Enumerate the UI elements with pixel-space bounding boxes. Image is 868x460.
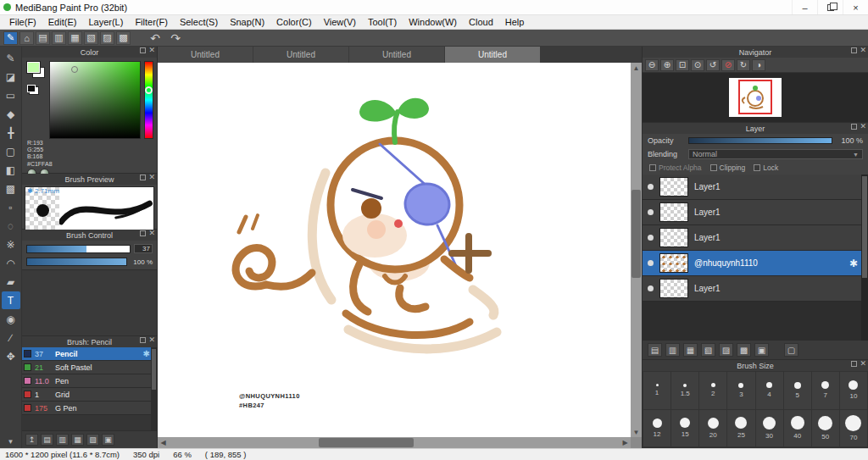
navigator-viewport-rect[interactable] xyxy=(738,80,772,114)
layer-visibility-icon[interactable] xyxy=(648,285,654,291)
popout-icon[interactable] xyxy=(140,175,146,180)
brush-size-option[interactable]: 10 xyxy=(840,372,867,409)
brush-size-option[interactable]: 25 xyxy=(727,410,754,447)
duplicate-layer-icon[interactable]: ▥ xyxy=(665,343,680,357)
tile-view-icon[interactable]: ▩ xyxy=(116,31,131,45)
foreground-color-swatch[interactable] xyxy=(27,62,40,73)
brush-list-scrollbar[interactable] xyxy=(151,347,157,430)
opacity-slider[interactable] xyxy=(688,137,832,144)
popout-icon[interactable] xyxy=(140,337,146,343)
layer-row-5[interactable]: Layer1 xyxy=(643,276,868,302)
layer-list-scrollbar[interactable] xyxy=(861,175,868,341)
undo-button[interactable]: ↶ xyxy=(146,30,164,45)
scroll-down-icon[interactable]: ▼ xyxy=(631,427,642,437)
blending-dropdown[interactable]: Normal ▼ xyxy=(688,149,863,159)
brush-size-option[interactable]: 40 xyxy=(784,410,811,447)
menu-window[interactable]: Window(W) xyxy=(403,15,463,29)
paint-mode-icon[interactable]: ✎ xyxy=(3,31,18,45)
edit-brush-icon[interactable]: ▥ xyxy=(56,434,69,446)
clipping-checkbox[interactable]: Clipping xyxy=(710,163,746,172)
sv-marker[interactable] xyxy=(71,66,78,73)
eraser-tool-icon[interactable]: ◪ xyxy=(2,68,20,86)
tab-untitled-4-active[interactable]: Untitled xyxy=(445,47,540,63)
menu-view[interactable]: View(V) xyxy=(318,15,362,29)
curve-tool-icon[interactable]: ◠ xyxy=(2,254,20,272)
maximize-button[interactable] xyxy=(817,0,843,14)
brush-size-value[interactable]: 37 xyxy=(134,244,153,253)
brush-size-option[interactable]: 7 xyxy=(812,372,839,409)
brush-folder-icon[interactable]: ▦ xyxy=(71,434,84,446)
tab-untitled-3[interactable]: Untitled xyxy=(349,47,444,63)
rotate-ccw-icon[interactable]: ↺ xyxy=(706,59,720,71)
close-icon[interactable]: ✕ xyxy=(148,230,155,236)
layer-visibility-icon[interactable] xyxy=(648,235,654,241)
brush-tool-icon[interactable]: ◆ xyxy=(2,105,20,123)
gradient-tool-icon[interactable]: ▩ xyxy=(2,180,20,197)
tab-untitled-2[interactable]: Untitled xyxy=(253,47,348,63)
menu-filter[interactable]: Filter(F) xyxy=(129,15,174,29)
brush-item-g-pen[interactable]: 175 G Pen xyxy=(22,402,157,415)
layer-row-3[interactable]: Layer1 xyxy=(643,225,868,251)
default-colors-swatch[interactable] xyxy=(29,86,39,95)
zoom-out-icon[interactable]: ⊖ xyxy=(645,59,659,71)
move-tool-icon[interactable]: ╋ xyxy=(2,124,20,141)
layer-visibility-icon[interactable] xyxy=(648,184,654,190)
close-button[interactable]: × xyxy=(843,0,868,14)
divide-tool-icon[interactable]: ▰ xyxy=(2,273,20,291)
horizontal-scroll-thumb[interactable] xyxy=(319,438,414,447)
brush-size-option[interactable]: 12 xyxy=(643,410,670,447)
minimize-button[interactable]: – xyxy=(792,0,817,14)
popout-icon[interactable] xyxy=(851,124,857,130)
layer-folder-icon[interactable]: ▨ xyxy=(719,343,733,357)
close-icon[interactable]: ✕ xyxy=(148,175,155,180)
tab-untitled-1[interactable]: Untitled xyxy=(158,47,253,63)
brush-size-option[interactable]: 30 xyxy=(756,410,783,447)
vertical-scrollbar[interactable]: ▲ ▼ xyxy=(631,63,642,437)
popout-icon[interactable] xyxy=(140,230,146,236)
brush-item-pencil[interactable]: 37 Pencil ✱ xyxy=(22,347,157,361)
scroll-left-icon[interactable]: ◀ xyxy=(158,437,169,448)
toolstrip-overflow-icon[interactable]: ▼ xyxy=(8,438,14,448)
add-layer-icon[interactable]: ▤ xyxy=(648,343,662,357)
close-icon[interactable]: ✕ xyxy=(148,337,155,343)
delete-brush-icon[interactable]: ▣ xyxy=(102,434,114,446)
zoom-in-icon[interactable]: ⊕ xyxy=(660,59,674,71)
menu-cloud[interactable]: Cloud xyxy=(463,15,499,29)
scroll-right-icon[interactable]: ▶ xyxy=(620,437,631,448)
menu-tool[interactable]: Tool(T) xyxy=(362,15,403,29)
protect-alpha-checkbox[interactable]: Protect Alpha xyxy=(649,163,702,172)
brush-size-option[interactable]: 5 xyxy=(784,372,811,409)
close-icon[interactable]: ✕ xyxy=(860,124,866,130)
popout-icon[interactable] xyxy=(851,361,857,367)
fit-window-icon[interactable]: ⊡ xyxy=(676,59,689,71)
close-icon[interactable]: ✕ xyxy=(860,361,866,367)
eyedropper-tool-icon[interactable]: ∕ xyxy=(2,329,20,346)
reset-rotation-icon[interactable]: ⊘ xyxy=(721,59,735,71)
popout-icon[interactable] xyxy=(851,47,857,53)
magic-wand-tool-icon[interactable]: ※ xyxy=(2,236,20,253)
redo-button[interactable]: ↷ xyxy=(166,30,185,45)
lasso-tool-icon[interactable]: ◌ xyxy=(2,217,20,235)
brush-item-grid[interactable]: 1 Grid xyxy=(22,388,157,402)
popout-icon[interactable] xyxy=(140,47,146,53)
rotate-cw-icon[interactable]: ↻ xyxy=(737,59,750,71)
grid-view-icon[interactable]: ▨ xyxy=(100,31,114,45)
drawing-canvas[interactable]: @NHUQUYNH1110 #HB247 xyxy=(158,63,631,437)
navigator-body[interactable] xyxy=(643,73,868,122)
delete-layer-icon[interactable]: ▢ xyxy=(784,343,798,357)
brush-size-option[interactable]: 20 xyxy=(699,410,726,447)
menu-layer[interactable]: Layer(L) xyxy=(82,15,129,29)
saturation-value-picker[interactable] xyxy=(49,61,141,139)
pen-tool-icon[interactable]: ✎ xyxy=(2,49,20,67)
brush-size-slider[interactable] xyxy=(26,245,131,253)
navigator-thumbnail[interactable] xyxy=(729,78,782,117)
menu-help[interactable]: Help xyxy=(499,15,531,29)
bucket-tool-icon[interactable]: ◧ xyxy=(2,161,20,179)
lock-checkbox[interactable]: Lock xyxy=(754,163,778,172)
brush-size-option[interactable]: 70 xyxy=(840,410,867,447)
vertical-scroll-thumb[interactable] xyxy=(632,190,641,278)
menu-snap[interactable]: Snap(N) xyxy=(224,15,270,29)
menu-file[interactable]: File(F) xyxy=(3,15,42,29)
clear-layer-icon[interactable]: ▦ xyxy=(683,343,698,357)
menu-select[interactable]: Select(S) xyxy=(174,15,224,29)
